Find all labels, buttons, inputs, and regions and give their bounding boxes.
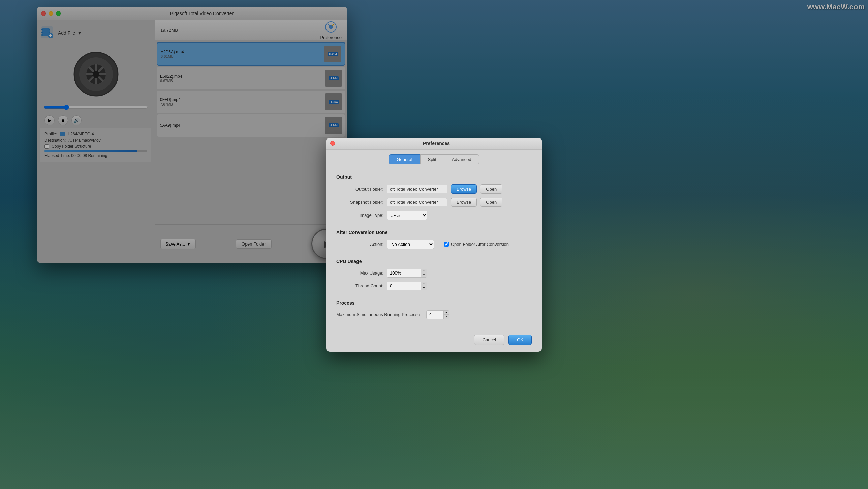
max-processes-stepper: ▲ ▼ xyxy=(426,310,450,319)
output-folder-label: Output Folder: xyxy=(336,186,383,192)
tab-split[interactable]: Split xyxy=(420,154,444,164)
output-open-button[interactable]: Open xyxy=(480,184,502,194)
open-folder-label: Open Folder After Conversion xyxy=(451,242,509,247)
output-section-title: Output xyxy=(336,174,532,180)
process-section-title: Process xyxy=(336,300,532,306)
divider3 xyxy=(336,295,532,295)
modal-title: Preferences xyxy=(335,141,538,146)
action-label: Action: xyxy=(336,242,383,247)
modal-overlay: Preferences General Split Advanced Outpu… xyxy=(0,0,868,489)
action-row: Action: No Action Shutdown Sleep Quit Ap… xyxy=(336,240,532,249)
snapshot-open-button[interactable]: Open xyxy=(480,198,502,207)
thread-count-label: Thread Count: xyxy=(336,283,383,288)
max-usage-input[interactable] xyxy=(387,269,421,277)
max-usage-row: Max Usage: ▲ ▼ xyxy=(336,269,532,278)
modal-titlebar: Preferences xyxy=(326,138,542,150)
cancel-button[interactable]: Cancel xyxy=(474,335,504,345)
ok-button[interactable]: OK xyxy=(508,335,532,345)
after-conversion-section-title: After Conversion Done xyxy=(336,230,532,235)
tab-general[interactable]: General xyxy=(389,154,420,164)
modal-content: Output Output Folder: oft Total Video Co… xyxy=(326,168,542,330)
tab-advanced[interactable]: Advanced xyxy=(444,154,479,164)
open-folder-checkbox[interactable] xyxy=(444,242,449,247)
thread-count-down[interactable]: ▼ xyxy=(421,286,427,290)
image-type-row: Image Type: JPG PNG BMP xyxy=(336,211,532,220)
max-usage-up[interactable]: ▲ xyxy=(421,269,427,273)
max-processes-down[interactable]: ▼ xyxy=(444,315,449,319)
stepper-arrows: ▲ ▼ xyxy=(421,282,427,290)
thread-count-row: Thread Count: ▲ ▼ xyxy=(336,282,532,290)
modal-close-button[interactable] xyxy=(330,141,335,146)
divider1 xyxy=(336,225,532,225)
max-processes-up[interactable]: ▲ xyxy=(444,311,449,315)
image-type-select[interactable]: JPG PNG BMP xyxy=(387,211,427,220)
output-folder-row: Output Folder: oft Total Video Converter… xyxy=(336,184,532,194)
stepper-arrows: ▲ ▼ xyxy=(421,269,427,277)
stepper-arrows: ▲ ▼ xyxy=(443,311,449,319)
output-browse-button[interactable]: Browse xyxy=(451,184,477,194)
max-processes-row: Maximum Simultaneous Running Processe ▲ … xyxy=(336,310,532,319)
max-usage-down[interactable]: ▼ xyxy=(421,273,427,277)
preferences-modal: Preferences General Split Advanced Outpu… xyxy=(326,138,542,352)
thread-count-stepper: ▲ ▼ xyxy=(387,282,427,290)
modal-footer: Cancel OK xyxy=(326,330,542,352)
max-usage-stepper: ▲ ▼ xyxy=(387,269,427,278)
image-type-label: Image Type: xyxy=(336,213,383,218)
cpu-usage-section-title: CPU Usage xyxy=(336,259,532,264)
snapshot-browse-button[interactable]: Browse xyxy=(451,198,477,207)
snapshot-folder-value: oft Total Video Converter xyxy=(387,198,447,206)
open-folder-checkbox-row: Open Folder After Conversion xyxy=(444,242,509,247)
snapshot-folder-label: Snapshot Folder: xyxy=(336,200,383,205)
max-processes-input[interactable] xyxy=(427,311,443,318)
action-select[interactable]: No Action Shutdown Sleep Quit App xyxy=(387,240,434,249)
max-usage-label: Max Usage: xyxy=(336,270,383,276)
max-processes-label: Maximum Simultaneous Running Processe xyxy=(336,312,420,317)
divider2 xyxy=(336,254,532,254)
thread-count-input[interactable] xyxy=(387,282,421,290)
thread-count-up[interactable]: ▲ xyxy=(421,282,427,286)
output-folder-value: oft Total Video Converter xyxy=(387,185,447,193)
tab-bar: General Split Advanced xyxy=(326,150,542,168)
snapshot-folder-row: Snapshot Folder: oft Total Video Convert… xyxy=(336,198,532,207)
